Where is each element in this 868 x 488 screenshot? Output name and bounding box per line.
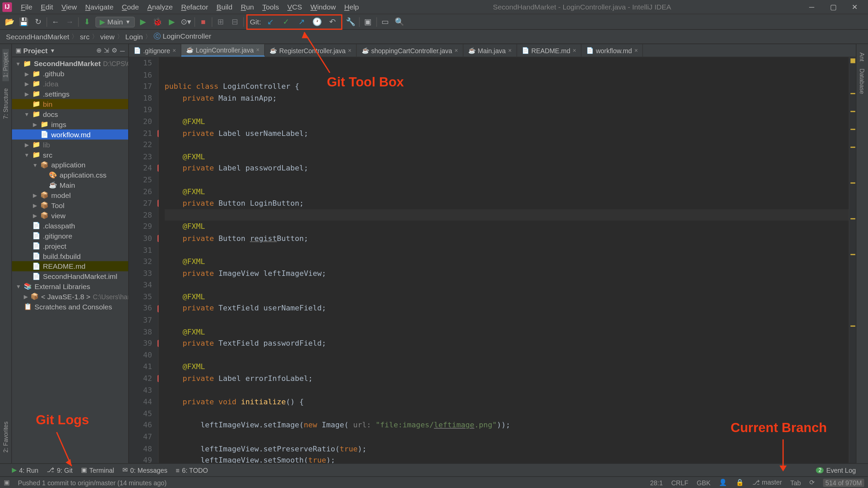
git-history-icon[interactable]: 🕐 [311, 16, 323, 28]
file-encoding[interactable]: GBK [697, 479, 711, 486]
menu-vcs[interactable]: VCS [283, 1, 306, 13]
tree-item[interactable]: 📄.project [12, 241, 128, 251]
profile-icon[interactable]: ⊙▾ [180, 16, 192, 28]
breadcrumb-item[interactable]: Login [125, 33, 143, 41]
menu-file[interactable]: File [17, 1, 37, 13]
line-separator[interactable]: CRLF [671, 479, 689, 486]
tree-item[interactable]: 📄SecondHandMarket.iml [12, 271, 128, 281]
settings-icon[interactable]: 🔧 [344, 16, 356, 28]
sync-icon[interactable]: ⟳ [809, 479, 815, 486]
tree-item[interactable]: ▼📁docs [12, 109, 128, 119]
close-tab-icon[interactable]: × [634, 47, 638, 54]
close-tab-icon[interactable]: × [454, 47, 458, 54]
settings-gear-icon[interactable]: ⚙ [112, 46, 118, 54]
tool-tab-run[interactable]: ▶4: Run [12, 466, 38, 474]
tree-item[interactable]: 📁bin [12, 99, 128, 109]
refresh-icon[interactable]: ↻ [32, 16, 44, 28]
menu-run[interactable]: Run [237, 1, 258, 13]
tool-tab-ant[interactable]: Ant [859, 49, 865, 65]
menu-help[interactable]: Help [340, 1, 363, 13]
menu-refactor[interactable]: Refactor [177, 1, 212, 13]
tool-tab-messages[interactable]: ✉0: Messages [122, 466, 167, 474]
tree-item[interactable]: ▶📁.github [12, 68, 128, 79]
tree-item[interactable]: ▶📁lib [12, 140, 128, 150]
menu-build[interactable]: Build [212, 1, 237, 13]
tool-tab-structure[interactable]: 7: Structure [2, 85, 9, 123]
tool-tab-terminal[interactable]: ▣Terminal [81, 466, 114, 474]
breadcrumb-item[interactable]: SecondHandMarket [6, 33, 70, 41]
tree-item[interactable]: ▶📦Tool [12, 200, 128, 210]
open-icon[interactable]: 📂 [4, 16, 16, 28]
structure-icon[interactable]: ▣ [362, 16, 374, 28]
git-push-icon[interactable]: ↗ [296, 16, 308, 28]
tree-item[interactable]: ▶📁imgs [12, 119, 128, 129]
tree-item[interactable]: ▼📚External Libraries [12, 281, 128, 291]
forward-icon[interactable]: → [64, 16, 76, 28]
tool-tab-favorites[interactable]: 2: Favorites [2, 418, 9, 456]
editor-content[interactable]: public class LoginController { private M… [159, 57, 849, 463]
tree-item[interactable]: ▶📦model [12, 190, 128, 200]
close-tab-icon[interactable]: × [573, 47, 576, 54]
memory-indicator[interactable]: 514 of 970M [823, 479, 864, 487]
editor-tab[interactable]: ☕LoginController.java× [181, 44, 265, 57]
collapse-icon[interactable]: ⇲ [104, 46, 109, 54]
menu-navigate[interactable]: Navigate [81, 1, 118, 13]
editor-tab[interactable]: 📄workflow.md× [581, 44, 643, 57]
debug-icon[interactable]: 🐞 [152, 16, 163, 28]
tree-item[interactable]: 📄.gitignore [12, 231, 128, 241]
layout2-icon[interactable]: ⊟ [229, 16, 241, 28]
tree-item[interactable]: ▼📁SecondHandMarket D:\CPS\Cou [12, 58, 128, 68]
menu-tools[interactable]: Tools [258, 1, 283, 13]
git-update-icon[interactable]: ↙ [264, 16, 276, 28]
editor-tab[interactable]: ☕shoppingCartController.java× [357, 44, 463, 57]
editor-tab[interactable]: 📄.gitignore× [129, 44, 181, 57]
breadcrumb-item[interactable]: src [80, 33, 90, 41]
layout-icon[interactable]: ⊞ [215, 16, 226, 28]
tree-item[interactable]: ▼📦application [12, 160, 128, 170]
tree-item[interactable]: ▶📦view [12, 210, 128, 221]
menu-view[interactable]: View [57, 1, 81, 13]
search-icon[interactable]: 🔍 [393, 16, 405, 28]
stop-icon[interactable]: ■ [197, 16, 209, 28]
inspect-icon[interactable]: 👤 [719, 479, 727, 486]
maximize-button[interactable]: ▢ [823, 0, 844, 14]
tool-tab-database[interactable]: Database [859, 65, 865, 98]
locate-icon[interactable]: ⊕ [96, 46, 102, 54]
breadcrumb-item[interactable]: view [100, 33, 115, 41]
close-tab-icon[interactable]: × [508, 47, 512, 54]
back-icon[interactable]: ← [50, 16, 61, 28]
menu-analyze[interactable]: Analyze [143, 1, 177, 13]
tree-item[interactable]: 📋Scratches and Consoles [12, 302, 128, 312]
indent-status[interactable]: Tab [790, 479, 801, 486]
editor-tab[interactable]: ☕RegisterController.java× [265, 44, 357, 57]
close-tab-icon[interactable]: × [348, 47, 351, 54]
presentation-icon[interactable]: ▭ [379, 16, 391, 28]
tool-tab-todo[interactable]: ≡6: TODO [176, 466, 208, 473]
minimize-button[interactable]: ─ [801, 0, 822, 14]
close-tab-icon[interactable]: × [173, 47, 176, 54]
editor-tab[interactable]: 📄README.md× [517, 44, 581, 57]
build-icon[interactable]: ⬇ [81, 16, 93, 28]
menu-edit[interactable]: Edit [37, 1, 57, 13]
tool-tab-git[interactable]: ⎇9: Git [47, 466, 73, 474]
editor-tab[interactable]: ☕Main.java× [463, 44, 517, 57]
tree-item[interactable]: 📄workflow.md [12, 129, 128, 140]
close-tab-icon[interactable]: × [256, 46, 259, 53]
coverage-icon[interactable]: ▶ [166, 16, 178, 28]
tree-item[interactable]: ▼📁src [12, 150, 128, 160]
tree-item[interactable]: ☕Main [12, 180, 128, 190]
tree-item[interactable]: ▶📁.settings [12, 89, 128, 99]
error-stripe[interactable] [849, 57, 856, 463]
tree-item[interactable]: 📄build.fxbuild [12, 251, 128, 261]
tree-item[interactable]: 🎨application.css [12, 170, 128, 180]
run-icon[interactable]: ▶ [137, 16, 149, 28]
lock-icon[interactable]: 🔒 [736, 479, 744, 486]
tree-item[interactable]: ▶📁.idea [12, 79, 128, 89]
git-commit-icon[interactable]: ✓ [280, 16, 292, 28]
tree-item[interactable]: 📄.classpath [12, 221, 128, 231]
git-rollback-icon[interactable]: ↶ [327, 16, 338, 28]
cursor-position[interactable]: 28:1 [650, 479, 663, 486]
breadcrumb-item[interactable]: ⓒ LoginController [154, 32, 211, 42]
tool-tab-eventlog[interactable]: 2 Event Log [816, 466, 856, 473]
tool-tab-project[interactable]: 1: Project [2, 49, 9, 81]
